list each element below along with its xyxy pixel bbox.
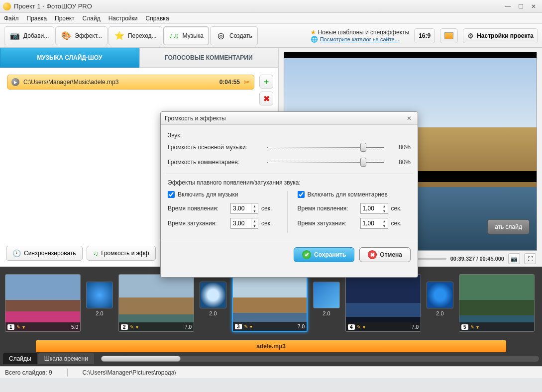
menu-bar: Файл Правка Проект Слайд Настройки Справ… bbox=[0, 13, 542, 24]
tab-voice[interactable]: ГОЛОСОВЫЕ КОММЕНТАРИИ bbox=[139, 48, 279, 68]
pencil-icon: ✎ bbox=[357, 324, 361, 330]
slide-thumbnail[interactable]: 3✎▾7.0 bbox=[232, 274, 308, 332]
dialog-save-button[interactable]: ✔Сохранить bbox=[294, 247, 354, 262]
app-icon bbox=[3, 2, 11, 10]
volume-effects-dialog: Громкость и эффекты ✕ Звук: Громкость ос… bbox=[160, 111, 418, 278]
slide-thumbnail[interactable]: 2✎▾7.0 bbox=[118, 274, 194, 332]
palette-icon: 🎨 bbox=[61, 30, 72, 41]
main-toolbar: 📷Добави... 🎨Эффект... ⭐Переход... ♪♫Музы… bbox=[0, 24, 542, 48]
fullscreen-button[interactable]: ⛶ bbox=[524, 253, 536, 264]
camera-icon: 📷 bbox=[9, 30, 20, 41]
snapshot-button[interactable]: 📷 bbox=[508, 253, 520, 264]
promo-link[interactable]: Посмотрите каталог на сайте... bbox=[320, 36, 399, 43]
volume-effects-button[interactable]: ♫Громкость и эфф bbox=[87, 246, 156, 261]
minimize-button[interactable]: ― bbox=[502, 2, 513, 10]
check-icon: ✔ bbox=[302, 250, 311, 259]
disc-icon: ◎ bbox=[216, 30, 226, 41]
slide-thumbnail[interactable]: 1✎▾5.0 bbox=[5, 274, 81, 332]
enable-comments-fade-checkbox[interactable] bbox=[298, 191, 305, 198]
status-slide-count: Всего слайдов: 9 bbox=[5, 369, 52, 376]
title-bar: Проект 1 - ФотоШОУ PRO ― ☐ ✕ bbox=[0, 0, 542, 13]
menu-settings[interactable]: Настройки bbox=[108, 15, 138, 22]
sync-icon: 🕑 bbox=[12, 249, 21, 257]
pencil-icon: ✎ bbox=[16, 324, 20, 330]
sound-section-label: Звук: bbox=[168, 132, 411, 139]
edit-slide-button[interactable]: ать слайд bbox=[487, 219, 530, 234]
comment-volume-value: 80% bbox=[389, 159, 411, 166]
tab-music[interactable]: МУЗЫКА СЛАЙД-ШОУ bbox=[0, 48, 139, 68]
audio-track-bar[interactable]: adele.mp3 bbox=[36, 340, 506, 352]
menu-edit[interactable]: Правка bbox=[27, 15, 47, 22]
scissors-icon[interactable]: ✂ bbox=[244, 78, 250, 86]
star-small-icon: ★ bbox=[311, 29, 316, 36]
music-small-icon: ♫ bbox=[93, 249, 99, 257]
enable-music-fade-checkbox[interactable] bbox=[168, 191, 175, 198]
fade-section-label: Эффекты плавного появления/затухания зву… bbox=[168, 179, 411, 186]
add-track-button[interactable]: ＋ bbox=[259, 75, 273, 89]
dialog-close-button[interactable]: ✕ bbox=[405, 114, 414, 122]
menu-project[interactable]: Проект bbox=[55, 15, 75, 22]
view-tab-slides[interactable]: Слайды bbox=[3, 353, 37, 364]
star-icon: ⭐ bbox=[114, 30, 125, 41]
pencil-icon: ✎ bbox=[470, 324, 474, 330]
background-color-button[interactable] bbox=[440, 28, 458, 43]
transitions-button[interactable]: ⭐Переход... bbox=[108, 26, 162, 45]
close-button[interactable]: ✕ bbox=[528, 2, 539, 10]
dialog-cancel-button[interactable]: ✖Отмена bbox=[359, 247, 411, 262]
music-track-item[interactable]: ▶ C:\Users\Manager\Music\adele.mp3 0:04:… bbox=[7, 75, 254, 90]
play-icon[interactable]: ▶ bbox=[11, 78, 19, 86]
comment-fadein-input[interactable]: 1,00▲▼ bbox=[360, 203, 388, 214]
preview-time: 00:39.327 / 00:45.000 bbox=[450, 256, 504, 262]
status-bar: Всего слайдов: 9 C:\Users\Manager\Pictur… bbox=[0, 366, 542, 378]
music-button[interactable]: ♪♫Музыка bbox=[163, 26, 209, 45]
transition-thumbnail[interactable]: 2.0 bbox=[86, 282, 113, 324]
slide-thumbnail[interactable]: 4✎▾7.0 bbox=[345, 274, 421, 332]
main-volume-value: 80% bbox=[389, 144, 411, 151]
transition-thumbnail[interactable]: 2.0 bbox=[313, 282, 340, 324]
create-button[interactable]: ◎Создать bbox=[210, 26, 258, 45]
window-title: Проект 1 - ФотоШОУ PRO bbox=[14, 2, 502, 10]
music-fadein-input[interactable]: 3,00▲▼ bbox=[230, 203, 258, 214]
project-settings-button[interactable]: ⚙Настройки проекта bbox=[463, 28, 538, 43]
aspect-ratio-button[interactable]: 16:9 bbox=[414, 28, 435, 43]
comment-volume-slider[interactable] bbox=[267, 162, 384, 163]
main-volume-label: Громкость основной музыки: bbox=[168, 144, 262, 151]
promo-links: ★Новые шаблоны и спецэффекты 🌐Посмотрите… bbox=[311, 29, 410, 43]
comment-volume-label: Громкость комментариев: bbox=[168, 159, 262, 166]
pencil-icon: ✎ bbox=[244, 324, 248, 329]
dialog-title: Громкость и эффекты bbox=[165, 115, 405, 122]
globe-icon: 🌐 bbox=[311, 36, 318, 43]
music-icon: ♪♫ bbox=[169, 30, 180, 41]
effects-button[interactable]: 🎨Эффект... bbox=[55, 26, 108, 45]
status-path: C:\Users\Manager\Pictures\города\ bbox=[83, 369, 176, 376]
transition-thumbnail[interactable]: 2.0 bbox=[199, 282, 227, 324]
color-swatch-icon bbox=[444, 32, 453, 39]
maximize-button[interactable]: ☐ bbox=[515, 2, 526, 10]
main-volume-slider[interactable] bbox=[267, 147, 384, 148]
cross-icon: ✖ bbox=[368, 250, 377, 259]
menu-file[interactable]: Файл bbox=[4, 15, 19, 22]
view-tab-timeline[interactable]: Шкала времени bbox=[38, 353, 94, 364]
sync-button[interactable]: 🕑Синхронизировать bbox=[6, 246, 83, 261]
slide-thumbnail[interactable]: 5✎▾ bbox=[459, 274, 535, 332]
comment-fadeout-input[interactable]: 1,00▲▼ bbox=[360, 218, 388, 229]
menu-slide[interactable]: Слайд bbox=[83, 15, 101, 22]
timeline-scrollbar[interactable] bbox=[101, 356, 539, 362]
transition-thumbnail[interactable]: 2.0 bbox=[426, 282, 454, 324]
remove-track-button[interactable]: ✖ bbox=[259, 92, 273, 105]
music-fadeout-input[interactable]: 3,00▲▼ bbox=[230, 218, 258, 229]
pencil-icon: ✎ bbox=[130, 324, 134, 330]
menu-help[interactable]: Справка bbox=[145, 15, 169, 22]
add-button[interactable]: 📷Добави... bbox=[4, 26, 54, 45]
gear-icon: ⚙ bbox=[467, 32, 474, 40]
